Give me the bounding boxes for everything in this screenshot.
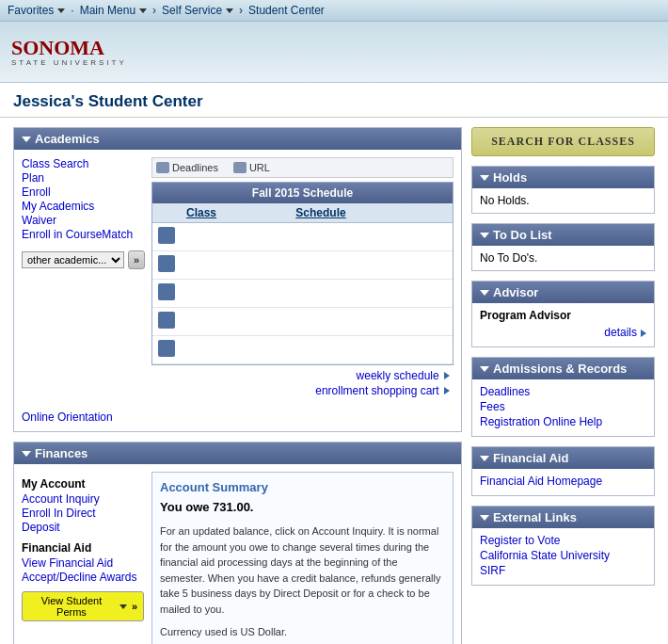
- schedule-header: Fall 2015 Schedule: [152, 183, 453, 203]
- enroll-coursematch-link[interactable]: Enroll in CourseMatch: [22, 228, 144, 241]
- row-icon: [158, 340, 175, 357]
- my-account-label: My Account: [22, 477, 144, 491]
- logo: SONOMA STATE UNIVERSITY: [11, 38, 127, 67]
- todo-widget: To Do List No To Do's.: [471, 223, 655, 271]
- financial-aid-widget: Financial Aid Financial Aid Homepage: [471, 446, 655, 496]
- enroll-link[interactable]: Enroll: [22, 185, 144, 199]
- external-links-widget: External Links Register to Vote Californ…: [471, 506, 655, 586]
- holds-header: Holds: [472, 167, 654, 188]
- view-student-perms-button[interactable]: View Student Perms »: [22, 591, 144, 621]
- enrollment-cart-link[interactable]: enrollment shopping cart: [315, 384, 450, 397]
- breadcrumb-student-center: Student Center: [248, 4, 325, 17]
- page-title: Jessica's Student Center: [13, 92, 655, 111]
- schedule-icon-col: [152, 203, 181, 223]
- schedule-links: weekly schedule enrollment shopping cart: [151, 369, 453, 397]
- go-button[interactable]: »: [128, 250, 145, 269]
- deadlines-icon: [156, 162, 169, 173]
- fees-link[interactable]: Fees: [480, 400, 646, 413]
- deadlines-link[interactable]: Deadlines: [480, 385, 646, 398]
- deposit-link[interactable]: Deposit: [22, 521, 144, 534]
- logo-subtitle: STATE UNIVERSITY: [11, 58, 127, 67]
- external-links-header: External Links: [472, 507, 654, 528]
- deadlines-tab[interactable]: Deadlines: [156, 162, 218, 173]
- finances-header: Finances: [14, 443, 461, 464]
- weekly-schedule-arrow-icon: [444, 372, 450, 379]
- top-nav: Favorites · Main Menu › Self Service › S…: [0, 0, 668, 22]
- table-row: [152, 251, 453, 280]
- finances-section: Finances My Account Account Inquiry Enro…: [13, 442, 462, 644]
- accept-decline-link[interactable]: Accept/Decline Awards: [22, 571, 144, 584]
- table-row: [152, 308, 453, 336]
- register-vote-link[interactable]: Register to Vote: [480, 534, 646, 547]
- row-icon: [158, 312, 175, 329]
- admissions-collapse-icon[interactable]: [480, 366, 489, 372]
- class-col-header: Class: [181, 203, 290, 223]
- plan-link[interactable]: Plan: [22, 171, 144, 185]
- account-inquiry-link[interactable]: Account Inquiry: [22, 492, 144, 506]
- online-orientation-link[interactable]: Online Orientation: [22, 411, 453, 424]
- waiver-link[interactable]: Waiver: [22, 214, 144, 227]
- academics-collapse-icon[interactable]: [22, 137, 31, 142]
- self-service-menu[interactable]: Self Service: [162, 4, 233, 17]
- table-row: [152, 223, 453, 251]
- class-search-link[interactable]: Class Search: [22, 157, 144, 170]
- page-title-bar: Jessica's Student Center: [0, 83, 668, 118]
- financial-aid-header: Financial Aid: [472, 447, 654, 469]
- advisor-content: Program Advisor details: [472, 303, 654, 346]
- search-classes-button[interactable]: Search For Classes: [471, 127, 655, 156]
- advisor-details-arrow-icon: [641, 330, 646, 337]
- academics-links: Class Search Plan Enroll My Academics Wa…: [22, 157, 144, 397]
- main-menu-arrow-icon: [139, 8, 147, 13]
- financial-aid-label: Financial Aid: [22, 541, 144, 555]
- url-icon: [233, 162, 247, 173]
- schedule-area: Deadlines URL Fall 2015 Schedule: [151, 157, 453, 397]
- academics-section: Academics Class Search Plan Enroll My Ac…: [13, 127, 462, 432]
- advisor-collapse-icon[interactable]: [480, 290, 489, 296]
- account-summary-text: For an updated balance, click on Account…: [160, 523, 445, 617]
- view-financial-aid-link[interactable]: View Financial Aid: [22, 556, 144, 570]
- holds-content: No Holds.: [472, 188, 654, 213]
- row-icon: [158, 255, 175, 272]
- logo-bar: SONOMA STATE UNIVERSITY: [0, 22, 668, 83]
- favorites-menu[interactable]: Favorites: [8, 4, 65, 17]
- my-academics-link[interactable]: My Academics: [22, 200, 144, 213]
- cal-state-link[interactable]: California State University: [480, 549, 646, 562]
- academics-header: Academics: [14, 128, 461, 150]
- financial-aid-collapse-icon[interactable]: [480, 456, 489, 461]
- view-perms-arrow-icon: [119, 604, 127, 609]
- sirf-link[interactable]: SIRF: [480, 564, 646, 577]
- main-menu[interactable]: Main Menu: [80, 4, 147, 17]
- left-column: Academics Class Search Plan Enroll My Ac…: [13, 127, 462, 644]
- advisor-label: Program Advisor: [480, 309, 646, 322]
- todo-collapse-icon[interactable]: [480, 233, 489, 238]
- todo-content: No To Do's.: [472, 246, 654, 270]
- holds-collapse-icon[interactable]: [480, 175, 489, 181]
- financial-aid-homepage-link[interactable]: Financial Aid Homepage: [480, 475, 646, 488]
- table-row: [152, 336, 453, 364]
- currency-note: Currency used is US Dollar.: [160, 624, 445, 640]
- row-icon: [158, 283, 175, 300]
- main-layout: Academics Class Search Plan Enroll My Ac…: [0, 118, 668, 644]
- logo-name: SONOMA: [11, 38, 127, 58]
- finances-collapse-icon[interactable]: [22, 451, 31, 457]
- external-links-content: Register to Vote California State Univer…: [472, 528, 654, 585]
- advisor-details-row: details: [480, 326, 646, 341]
- advisor-details-link[interactable]: details: [604, 326, 637, 339]
- registration-help-link[interactable]: Registration Online Help: [480, 415, 646, 428]
- account-summary-box: Account Summary You owe 731.00. For an u…: [151, 472, 453, 644]
- account-summary-title: Account Summary: [160, 480, 445, 494]
- weekly-schedule-link[interactable]: weekly schedule: [357, 369, 450, 382]
- admissions-widget: Admissions & Records Deadlines Fees Regi…: [471, 357, 655, 437]
- external-links-collapse-icon[interactable]: [480, 515, 489, 521]
- academics-content: Class Search Plan Enroll My Academics Wa…: [14, 150, 461, 405]
- finances-content: My Account Account Inquiry Enroll In Dir…: [14, 464, 461, 644]
- schedule-table: Fall 2015 Schedule Class Schedule: [151, 182, 453, 365]
- url-tab[interactable]: URL: [233, 162, 270, 173]
- todo-header: To Do List: [472, 224, 654, 246]
- row-icon: [158, 227, 175, 244]
- tabs-row: Deadlines URL: [151, 157, 453, 178]
- other-academic-dropdown[interactable]: other academic...: [22, 251, 124, 268]
- schedule-col-header: Schedule: [290, 203, 453, 223]
- table-row: [152, 280, 453, 308]
- enroll-direct-link[interactable]: Enroll In Direct: [22, 507, 144, 520]
